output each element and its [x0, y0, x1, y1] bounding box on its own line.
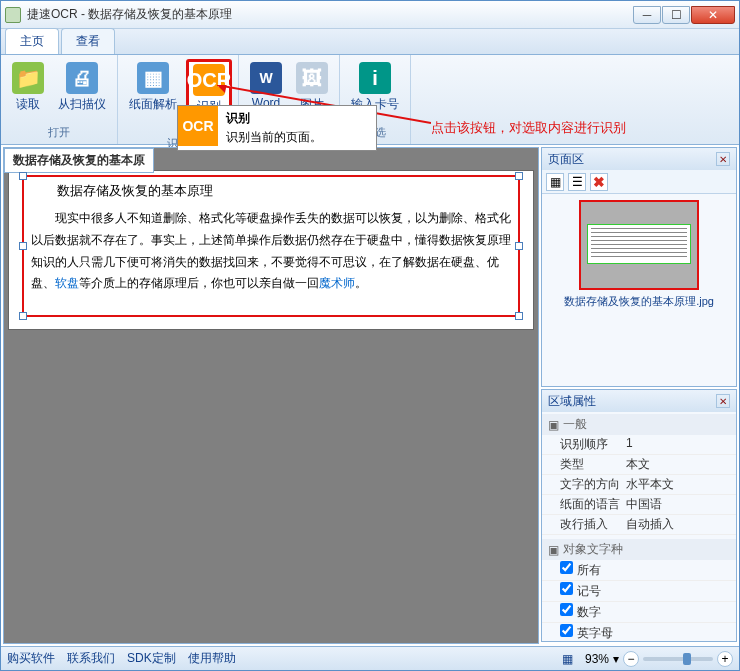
sdk-link[interactable]: SDK定制: [127, 650, 176, 667]
props-list[interactable]: ▣ 一般 识别顺序1 类型本文 文字的方向水平本文 纸面的语言中国语 改行插入自…: [542, 412, 736, 641]
lang-checkbox[interactable]: [560, 582, 573, 595]
close-button[interactable]: ✕: [691, 6, 735, 24]
ribbon-tabs: 主页 查看: [1, 29, 739, 55]
list-view-button[interactable]: ☰: [568, 173, 586, 191]
selection-handle[interactable]: [515, 242, 523, 250]
lang-row: 数字: [542, 602, 736, 623]
ocr-tooltip: OCR 识别 识别当前的页面。: [177, 105, 377, 151]
thumb-view-button[interactable]: ▦: [546, 173, 564, 191]
info-icon: i: [359, 62, 391, 94]
zoom-in-button[interactable]: +: [717, 651, 733, 667]
lang-row: 记号: [542, 581, 736, 602]
thumbnail-label: 数据存储及恢复的基本原理.jpg: [564, 294, 714, 309]
titlebar: 捷速OCR - 数据存储及恢复的基本原理 ─ ☐ ✕: [1, 1, 739, 29]
pages-panel-close[interactable]: ✕: [716, 152, 730, 166]
scanner-icon: 🖨: [66, 62, 98, 94]
document-area[interactable]: 数据存储及恢复的基本原 数据存储及恢复的基本原理 现实中很多人不知道删除、格式化…: [3, 147, 539, 644]
tab-home[interactable]: 主页: [5, 28, 59, 54]
buy-link[interactable]: 购买软件: [7, 650, 55, 667]
read-button[interactable]: 📁 读取: [7, 59, 49, 116]
selection-handle[interactable]: [19, 312, 27, 320]
window-title: 捷速OCR - 数据存储及恢复的基本原理: [27, 6, 633, 23]
minimize-button[interactable]: ─: [633, 6, 661, 24]
view-mode-button[interactable]: ▦: [562, 652, 573, 666]
maximize-button[interactable]: ☐: [662, 6, 690, 24]
app-icon: [5, 7, 21, 23]
document-tab[interactable]: 数据存储及恢复的基本原: [4, 148, 154, 173]
page-thumbnail[interactable]: [579, 200, 699, 290]
delete-page-button[interactable]: ✖: [590, 173, 608, 191]
image-icon: 🖼: [296, 62, 328, 94]
folder-icon: 📁: [12, 62, 44, 94]
statusbar: 购买软件 联系我们 SDK定制 使用帮助 ▦ 93% ▾ − +: [1, 646, 739, 670]
prop-row: 识别顺序1: [542, 435, 736, 455]
ribbon: 📁 读取 🖨 从扫描仪 打开 ▦ 纸面解析 OCR 识别▾: [1, 55, 739, 145]
zoom-control: 93% ▾ − +: [585, 651, 733, 667]
ocr-tooltip-icon: OCR: [178, 106, 218, 146]
prop-row: 纸面的语言中国语: [542, 495, 736, 515]
lang-row: 英字母: [542, 623, 736, 641]
zoom-slider-thumb[interactable]: [683, 653, 691, 665]
layout-button[interactable]: ▦ 纸面解析: [124, 59, 182, 116]
scanner-button[interactable]: 🖨 从扫描仪: [53, 59, 111, 116]
tab-view[interactable]: 查看: [61, 28, 115, 54]
props-general-header[interactable]: ▣ 一般: [542, 414, 736, 435]
word-icon: W: [250, 62, 282, 94]
annotation-text: 点击该按钮，对选取内容进行识别: [431, 119, 626, 137]
zoom-value: 93%: [585, 652, 609, 666]
selection-handle[interactable]: [19, 172, 27, 180]
selection-handle[interactable]: [515, 172, 523, 180]
ocr-icon: OCR: [193, 64, 225, 96]
contact-link[interactable]: 联系我们: [67, 650, 115, 667]
lang-checkbox[interactable]: [560, 561, 573, 574]
prop-row: 改行插入自动插入: [542, 515, 736, 535]
layout-icon: ▦: [137, 62, 169, 94]
pages-panel-header: 页面区 ✕: [542, 148, 736, 170]
pages-toolbar: ▦ ☰ ✖: [542, 170, 736, 194]
lang-checkbox[interactable]: [560, 603, 573, 616]
zoom-dropdown[interactable]: ▾: [613, 652, 619, 666]
prop-row: 文字的方向水平本文: [542, 475, 736, 495]
lang-row: 所有: [542, 560, 736, 581]
props-panel-header: 区域属性 ✕: [542, 390, 736, 412]
zoom-slider[interactable]: [643, 657, 713, 661]
lang-checkbox[interactable]: [560, 624, 573, 637]
selection-handle[interactable]: [19, 242, 27, 250]
props-langs-header[interactable]: ▣ 对象文字种: [542, 539, 736, 560]
prop-row: 类型本文: [542, 455, 736, 475]
help-link[interactable]: 使用帮助: [188, 650, 236, 667]
selection-box[interactable]: [22, 175, 520, 317]
selection-handle[interactable]: [515, 312, 523, 320]
zoom-out-button[interactable]: −: [623, 651, 639, 667]
props-panel-close[interactable]: ✕: [716, 394, 730, 408]
